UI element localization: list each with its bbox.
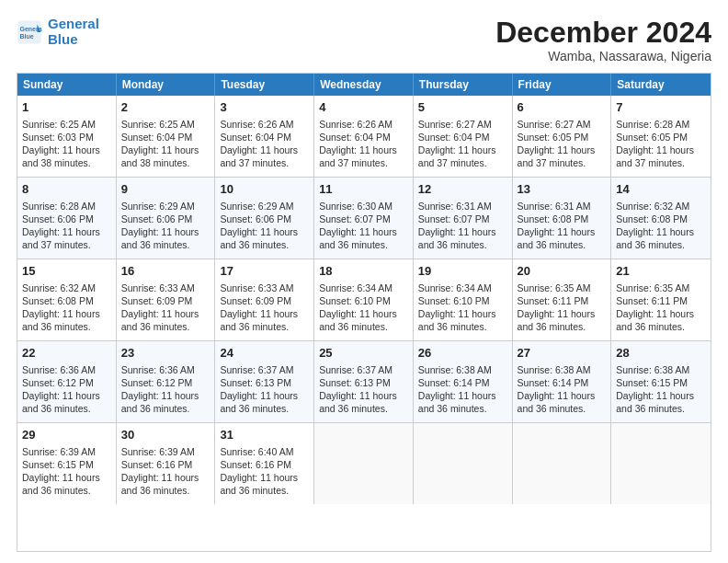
- day-number: 7: [616, 99, 706, 116]
- day-number: 17: [220, 263, 309, 280]
- day-info: Sunrise: 6:34 AM Sunset: 6:10 PM Dayligh…: [319, 282, 397, 333]
- calendar-cell: [314, 423, 414, 504]
- calendar-cell: 4Sunrise: 6:26 AM Sunset: 6:04 PM Daylig…: [314, 96, 414, 177]
- calendar-cell: 24Sunrise: 6:37 AM Sunset: 6:13 PM Dayli…: [215, 341, 314, 422]
- calendar-cell: 1Sunrise: 6:25 AM Sunset: 6:03 PM Daylig…: [17, 96, 117, 177]
- calendar-cell: 13Sunrise: 6:31 AM Sunset: 6:08 PM Dayli…: [513, 178, 612, 259]
- calendar-cell: [611, 423, 711, 504]
- logo-text: General Blue: [48, 17, 99, 47]
- day-info: Sunrise: 6:25 AM Sunset: 6:04 PM Dayligh…: [121, 119, 199, 169]
- calendar-week-2: 15Sunrise: 6:32 AM Sunset: 6:08 PM Dayli…: [17, 259, 711, 340]
- day-header-tuesday: Tuesday: [215, 74, 314, 96]
- day-number: 1: [22, 99, 111, 116]
- calendar-body: 1Sunrise: 6:25 AM Sunset: 6:03 PM Daylig…: [17, 96, 711, 504]
- header: General Blue General Blue December 2024 …: [17, 17, 711, 63]
- day-info: Sunrise: 6:26 AM Sunset: 6:04 PM Dayligh…: [220, 119, 298, 169]
- calendar-cell: 12Sunrise: 6:31 AM Sunset: 6:07 PM Dayli…: [414, 178, 513, 259]
- day-number: 15: [22, 263, 111, 280]
- day-info: Sunrise: 6:28 AM Sunset: 6:05 PM Dayligh…: [616, 119, 694, 169]
- calendar-week-3: 22Sunrise: 6:36 AM Sunset: 6:12 PM Dayli…: [17, 340, 711, 422]
- day-header-friday: Friday: [513, 74, 612, 96]
- day-info: Sunrise: 6:36 AM Sunset: 6:12 PM Dayligh…: [121, 364, 199, 415]
- day-info: Sunrise: 6:28 AM Sunset: 6:06 PM Dayligh…: [22, 201, 100, 251]
- day-info: Sunrise: 6:38 AM Sunset: 6:14 PM Dayligh…: [518, 364, 596, 415]
- day-info: Sunrise: 6:29 AM Sunset: 6:06 PM Dayligh…: [121, 201, 199, 251]
- day-info: Sunrise: 6:37 AM Sunset: 6:13 PM Dayligh…: [220, 364, 298, 415]
- calendar-week-4: 29Sunrise: 6:39 AM Sunset: 6:15 PM Dayli…: [17, 422, 711, 504]
- calendar-week-1: 8Sunrise: 6:28 AM Sunset: 6:06 PM Daylig…: [17, 177, 711, 259]
- calendar: SundayMondayTuesdayWednesdayThursdayFrid…: [17, 73, 711, 552]
- day-info: Sunrise: 6:36 AM Sunset: 6:12 PM Dayligh…: [22, 364, 100, 415]
- day-info: Sunrise: 6:37 AM Sunset: 6:13 PM Dayligh…: [319, 364, 397, 415]
- calendar-cell: 23Sunrise: 6:36 AM Sunset: 6:12 PM Dayli…: [117, 341, 216, 422]
- day-info: Sunrise: 6:31 AM Sunset: 6:08 PM Dayligh…: [518, 201, 596, 251]
- calendar-cell: 26Sunrise: 6:38 AM Sunset: 6:14 PM Dayli…: [414, 341, 513, 422]
- calendar-cell: 31Sunrise: 6:40 AM Sunset: 6:16 PM Dayli…: [215, 423, 314, 504]
- day-number: 25: [319, 345, 408, 362]
- day-number: 11: [319, 181, 408, 198]
- calendar-cell: 19Sunrise: 6:34 AM Sunset: 6:10 PM Dayli…: [414, 259, 513, 340]
- day-info: Sunrise: 6:30 AM Sunset: 6:07 PM Dayligh…: [319, 201, 397, 251]
- location: Wamba, Nassarawa, Nigeria: [495, 49, 711, 63]
- day-number: 13: [518, 181, 607, 198]
- day-number: 3: [220, 99, 309, 116]
- day-number: 4: [319, 99, 408, 116]
- calendar-cell: 3Sunrise: 6:26 AM Sunset: 6:04 PM Daylig…: [215, 96, 314, 177]
- day-number: 16: [121, 263, 210, 280]
- day-info: Sunrise: 6:27 AM Sunset: 6:05 PM Dayligh…: [518, 119, 596, 169]
- day-number: 24: [220, 345, 309, 362]
- logo-line1: General: [48, 16, 99, 31]
- calendar-cell: 17Sunrise: 6:33 AM Sunset: 6:09 PM Dayli…: [215, 259, 314, 340]
- day-number: 6: [518, 99, 607, 116]
- day-number: 10: [220, 181, 309, 198]
- day-info: Sunrise: 6:38 AM Sunset: 6:14 PM Dayligh…: [418, 364, 496, 415]
- calendar-cell: 7Sunrise: 6:28 AM Sunset: 6:05 PM Daylig…: [611, 96, 711, 177]
- day-number: 18: [319, 263, 408, 280]
- day-number: 22: [22, 345, 111, 362]
- day-number: 27: [518, 345, 607, 362]
- day-info: Sunrise: 6:39 AM Sunset: 6:15 PM Dayligh…: [22, 446, 100, 497]
- day-info: Sunrise: 6:32 AM Sunset: 6:08 PM Dayligh…: [616, 201, 694, 251]
- day-info: Sunrise: 6:33 AM Sunset: 6:09 PM Dayligh…: [220, 282, 298, 333]
- calendar-header: SundayMondayTuesdayWednesdayThursdayFrid…: [17, 74, 711, 96]
- day-number: 12: [418, 181, 507, 198]
- calendar-cell: 6Sunrise: 6:27 AM Sunset: 6:05 PM Daylig…: [513, 96, 612, 177]
- calendar-cell: [414, 423, 513, 504]
- day-number: 14: [616, 181, 706, 198]
- day-info: Sunrise: 6:26 AM Sunset: 6:04 PM Dayligh…: [319, 119, 397, 169]
- day-number: 5: [418, 99, 507, 116]
- logo: General Blue General Blue: [17, 17, 99, 47]
- day-info: Sunrise: 6:29 AM Sunset: 6:06 PM Dayligh…: [220, 201, 298, 251]
- day-number: 28: [616, 345, 706, 362]
- day-header-monday: Monday: [117, 74, 216, 96]
- calendar-cell: 15Sunrise: 6:32 AM Sunset: 6:08 PM Dayli…: [17, 259, 117, 340]
- day-info: Sunrise: 6:40 AM Sunset: 6:16 PM Dayligh…: [220, 446, 298, 497]
- day-number: 29: [22, 427, 111, 443]
- day-number: 26: [418, 345, 507, 362]
- day-info: Sunrise: 6:35 AM Sunset: 6:11 PM Dayligh…: [518, 282, 596, 333]
- day-info: Sunrise: 6:32 AM Sunset: 6:08 PM Dayligh…: [22, 282, 100, 333]
- calendar-cell: 2Sunrise: 6:25 AM Sunset: 6:04 PM Daylig…: [117, 96, 216, 177]
- day-header-thursday: Thursday: [414, 74, 513, 96]
- day-info: Sunrise: 6:35 AM Sunset: 6:11 PM Dayligh…: [616, 282, 694, 333]
- calendar-cell: 16Sunrise: 6:33 AM Sunset: 6:09 PM Dayli…: [117, 259, 216, 340]
- month-title: December 2024: [495, 17, 711, 49]
- day-header-saturday: Saturday: [611, 74, 711, 96]
- svg-text:Blue: Blue: [20, 33, 34, 40]
- calendar-cell: 22Sunrise: 6:36 AM Sunset: 6:12 PM Dayli…: [17, 341, 117, 422]
- day-header-sunday: Sunday: [17, 74, 117, 96]
- calendar-cell: 18Sunrise: 6:34 AM Sunset: 6:10 PM Dayli…: [314, 259, 414, 340]
- calendar-cell: 20Sunrise: 6:35 AM Sunset: 6:11 PM Dayli…: [513, 259, 612, 340]
- day-info: Sunrise: 6:39 AM Sunset: 6:16 PM Dayligh…: [121, 446, 199, 497]
- day-info: Sunrise: 6:33 AM Sunset: 6:09 PM Dayligh…: [121, 282, 199, 333]
- day-number: 2: [121, 99, 210, 116]
- page: General Blue General Blue December 2024 …: [0, 0, 728, 563]
- calendar-cell: 10Sunrise: 6:29 AM Sunset: 6:06 PM Dayli…: [215, 178, 314, 259]
- calendar-cell: 9Sunrise: 6:29 AM Sunset: 6:06 PM Daylig…: [117, 178, 216, 259]
- logo-icon: General Blue: [17, 19, 42, 45]
- calendar-cell: 28Sunrise: 6:38 AM Sunset: 6:15 PM Dayli…: [611, 341, 711, 422]
- day-number: 20: [518, 263, 607, 280]
- day-number: 8: [22, 181, 111, 198]
- calendar-cell: 30Sunrise: 6:39 AM Sunset: 6:16 PM Dayli…: [117, 423, 216, 504]
- day-number: 19: [418, 263, 507, 280]
